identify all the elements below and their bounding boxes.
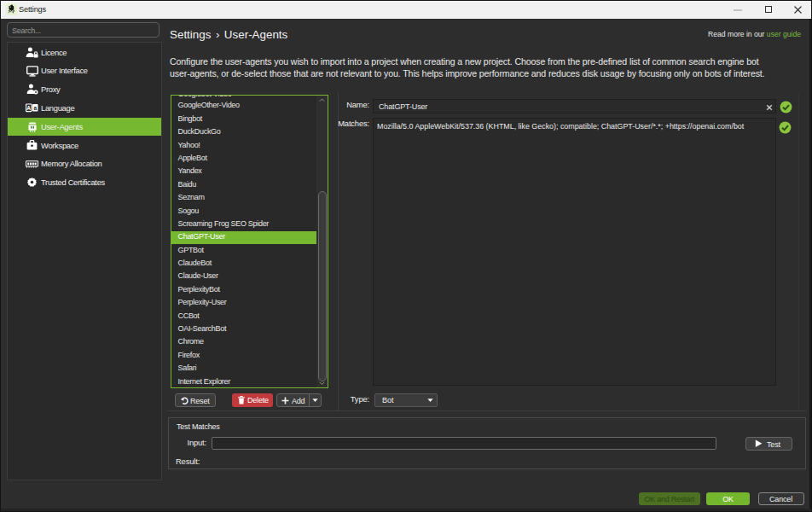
svg-text:a: a [33,105,37,111]
svg-text:A: A [26,105,31,111]
